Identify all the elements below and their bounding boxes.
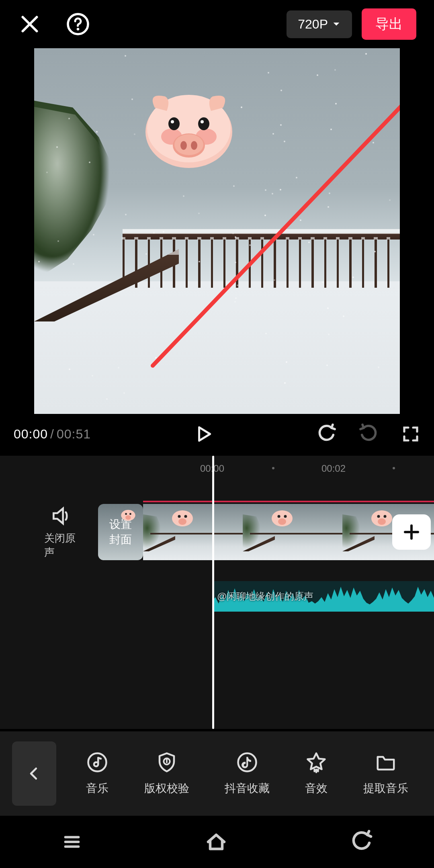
tool-music[interactable]: 音乐: [86, 751, 108, 796]
tool-sfx[interactable]: 音效: [305, 751, 328, 796]
undo-button[interactable]: [316, 424, 337, 444]
undo-icon: [316, 424, 337, 444]
current-time: 00:00: [14, 427, 48, 441]
back-icon: [349, 830, 373, 854]
svg-point-28: [284, 515, 287, 518]
svg-point-20: [129, 513, 131, 515]
folder-icon: [375, 751, 397, 773]
pig-icon: [121, 508, 136, 522]
tool-copyright[interactable]: 版权校验: [144, 751, 189, 796]
resolution-label: 720P: [298, 17, 328, 32]
system-nav-bar: [0, 816, 434, 868]
nav-home-button[interactable]: [204, 830, 228, 854]
play-icon: [193, 424, 213, 444]
svg-point-32: [384, 515, 387, 518]
svg-point-12: [201, 120, 204, 123]
timeline-ruler: 00:00 00:02: [0, 456, 434, 480]
add-clip-button[interactable]: [392, 514, 431, 550]
svg-point-27: [278, 515, 280, 518]
help-icon: [66, 12, 90, 36]
video-preview[interactable]: [34, 48, 400, 414]
video-clips-track[interactable]: [143, 504, 434, 560]
play-button[interactable]: [193, 424, 213, 444]
svg-point-14: [174, 134, 203, 155]
svg-point-11: [171, 120, 174, 123]
chevron-down-icon: [332, 20, 341, 29]
fullscreen-icon: [401, 424, 420, 444]
bottom-toolbar: 音乐 版权校验 抖音收藏 音效 提取音乐: [0, 731, 434, 816]
shield-icon: [156, 751, 178, 773]
svg-point-24: [184, 515, 187, 518]
timeline[interactable]: 00:00 00:02 关闭原声 设置 封面: [0, 456, 434, 729]
svg-point-26: [278, 518, 286, 525]
audio-track-label: @闲聊地缘创作的原声: [217, 590, 313, 603]
duration-time: 00:51: [57, 427, 91, 441]
video-track-row: 关闭原声 设置 封面: [0, 504, 434, 560]
clip-thumbnail[interactable]: [143, 504, 243, 560]
svg-point-31: [377, 515, 380, 518]
close-button[interactable]: [18, 12, 42, 36]
time-display: 00:00/00:51: [14, 427, 91, 442]
resolution-selector[interactable]: 720P: [287, 10, 352, 38]
redo-button[interactable]: [358, 424, 379, 444]
svg-point-19: [125, 513, 127, 515]
pig-icon: [171, 508, 194, 527]
menu-icon: [61, 831, 83, 853]
speaker-icon: [50, 505, 72, 527]
chevron-left-icon: [27, 766, 42, 781]
fullscreen-button[interactable]: [401, 424, 420, 444]
svg-point-23: [178, 515, 181, 518]
pig-icon: [371, 508, 393, 527]
tool-label: 版权校验: [144, 781, 189, 796]
tool-extract[interactable]: 提取音乐: [363, 751, 408, 796]
tool-label: 音乐: [86, 781, 108, 796]
mute-original-button[interactable]: 关闭原声: [44, 505, 78, 559]
nav-recent-button[interactable]: [61, 831, 83, 853]
svg-point-10: [198, 117, 209, 130]
svg-point-16: [191, 141, 197, 150]
svg-point-22: [178, 518, 186, 525]
back-button[interactable]: [12, 741, 56, 806]
audio-track[interactable]: @闲聊地缘创作的原声: [212, 581, 434, 612]
set-cover-button[interactable]: 设置 封面: [98, 504, 143, 560]
nav-back-button[interactable]: [349, 830, 373, 854]
top-bar-right: 720P 导出: [287, 8, 416, 40]
home-icon: [204, 830, 228, 854]
pig-icon: [271, 508, 293, 527]
tool-label: 提取音乐: [363, 781, 408, 796]
music-note-icon: [86, 751, 108, 773]
top-bar-left: [18, 12, 90, 36]
redo-icon: [358, 424, 379, 444]
svg-point-30: [378, 518, 386, 525]
cover-label-2: 封面: [109, 532, 132, 547]
ruler-label: 00:02: [321, 463, 346, 474]
playhead[interactable]: [212, 456, 214, 729]
svg-point-18: [125, 515, 131, 520]
clip-thumbnail[interactable]: [243, 504, 342, 560]
top-bar: 720P 导出: [0, 0, 434, 48]
svg-point-1: [77, 28, 80, 31]
svg-point-9: [168, 117, 180, 130]
douyin-icon: [236, 751, 258, 773]
tool-list: 音乐 版权校验 抖音收藏 音效 提取音乐: [68, 751, 434, 796]
plus-icon: [402, 522, 421, 542]
playback-bar: 00:00/00:51: [0, 414, 434, 456]
mute-label: 关闭原声: [44, 531, 78, 559]
tool-label: 抖音收藏: [225, 781, 270, 796]
star-sfx-icon: [305, 751, 327, 773]
export-button[interactable]: 导出: [362, 8, 416, 40]
svg-point-15: [180, 141, 187, 150]
tool-label: 音效: [305, 781, 328, 796]
help-button[interactable]: [66, 12, 90, 36]
close-icon: [18, 12, 42, 36]
tool-douyin[interactable]: 抖音收藏: [225, 751, 270, 796]
pig-sticker[interactable]: [143, 88, 235, 169]
